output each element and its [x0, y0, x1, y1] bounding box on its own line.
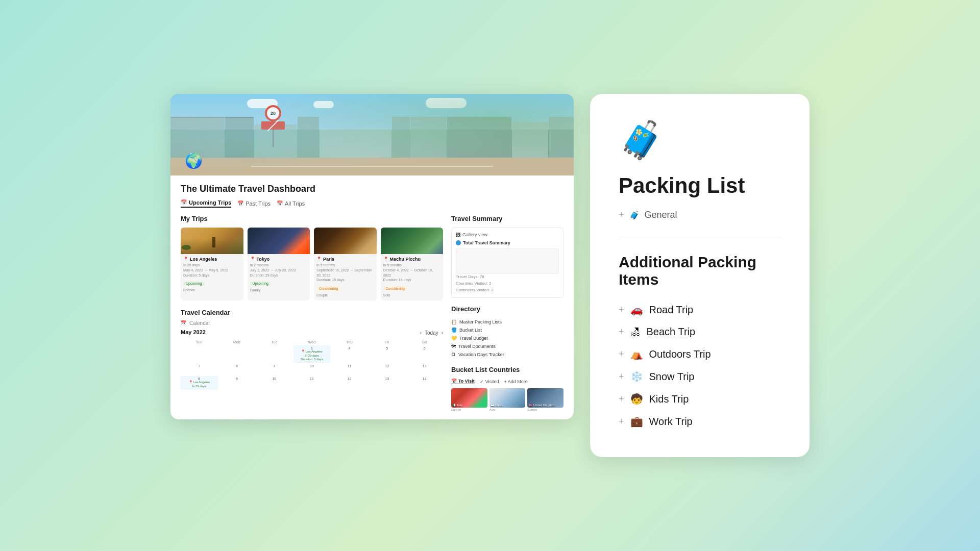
cal-day-1[interactable]: 1 📍 Los AngelesIn 29 daysDuration: 5 day… [293, 345, 331, 363]
packing-item-work[interactable]: + 💼 Work Trip [619, 410, 781, 433]
tokyo-companions: Family [250, 288, 308, 293]
bucket-uk[interactable]: 🇬🇧 United Kingdom Europe [527, 388, 564, 411]
trip-card-la[interactable]: 📍 Los Angeles In 26 days May 4, 2022 → M… [181, 228, 243, 300]
bucket-label: Bucket List [459, 328, 482, 333]
dir-item-docs[interactable]: 🗺 Travel Documents [451, 342, 564, 350]
calendar-grid: Sun Mon Tue Wed Thu Fri Sat [181, 339, 443, 390]
cal-day-12b[interactable]: 12 [331, 376, 368, 390]
bucket-japan[interactable]: 🏔 Japan Asia [489, 388, 526, 411]
tab-past[interactable]: 📅 Past Trips [237, 199, 271, 208]
la-meta-2: May 4, 2022 → May 9, 2022 [183, 268, 241, 273]
palm-trunk [212, 237, 215, 247]
machu-name: Machu Picchu [390, 257, 421, 262]
cal-day-11[interactable]: 11 [331, 363, 368, 375]
calendar-title: Travel Calendar [181, 309, 230, 316]
machu-meta-3: Duration: 15 days [383, 278, 441, 283]
tab-all[interactable]: 📅 All Trips [277, 199, 305, 208]
left-column: My Trips � [181, 215, 443, 411]
japan-region: Asia [489, 408, 526, 411]
packing-item-snow[interactable]: + ❄️ Snow Trip [619, 365, 781, 388]
cal-today[interactable]: Today [425, 330, 438, 336]
dir-item-bucket[interactable]: 🪣 Bucket List [451, 326, 564, 334]
cal-day-4[interactable]: 4 [331, 345, 368, 363]
dashboard-content: The Ultimate Travel Dashboard 📅 Upcoming… [170, 176, 574, 419]
trip-info-paris: 📍 Paris In 5 months September 16, 2022 →… [314, 254, 377, 300]
cal-next[interactable]: › [442, 330, 443, 336]
road-label: Road Trip [649, 304, 694, 316]
packing-item-outdoors[interactable]: + ⛺ Outdoors Trip [619, 343, 781, 365]
trip-card-machu[interactable]: 📍 Machu Picchu In 5 months October 4, 20… [381, 228, 444, 300]
paris-meta: In 5 months September 16, 2022 → Septemb… [316, 263, 374, 283]
packing-title: Packing List [619, 174, 781, 197]
cal-event-la2: 📍 Los AngelesIn 29 days [182, 381, 217, 389]
cal-day-9b[interactable]: 9 [218, 376, 256, 390]
cal-day-13b[interactable]: 13 [369, 376, 406, 390]
trip-image-la [181, 228, 243, 254]
all-icon: 📅 [277, 201, 283, 206]
bucket-title: Bucket List Countries [451, 366, 564, 373]
general-item[interactable]: + 🧳 General [619, 210, 781, 237]
summary-box: 🖼 Gallery view Total Travel Summary Trav… [451, 228, 564, 298]
road-plus: + [619, 305, 624, 315]
right-column: Travel Summary 🖼 Gallery view Total Trav… [451, 215, 564, 411]
cal-month-row: May 2022 ‹ Today › [181, 329, 443, 337]
cal-day-11b[interactable]: 11 [293, 376, 331, 390]
uk-region: Europe [527, 408, 564, 411]
trip-image-paris [314, 228, 377, 254]
hero-overlay [170, 94, 574, 176]
bucket-tab-to-visit[interactable]: 📅 To Visit [451, 379, 475, 384]
bucket-tabs[interactable]: 📅 To Visit ✓ Visited + Add More [451, 379, 564, 384]
cal-day-empty2 [218, 345, 256, 363]
bucket-tab-add[interactable]: + Add More [504, 379, 528, 384]
cal-day-9[interactable]: 9 [256, 363, 293, 375]
bucket-italy[interactable]: 🇮🇹 Italy Europe [451, 388, 487, 411]
travel-summary-section: Travel Summary 🖼 Gallery view Total Trav… [451, 215, 564, 298]
cal-day-5[interactable]: 5 [369, 345, 406, 363]
cal-day-12[interactable]: 12 [369, 363, 406, 375]
cal-sub-label: Calendar [189, 320, 210, 326]
italy-region: Europe [451, 408, 487, 411]
dir-item-packing[interactable]: 📋 Master Packing Lists [451, 318, 564, 326]
packing-item-road[interactable]: + 🚗 Road Trip [619, 298, 781, 321]
work-emoji: 💼 [630, 415, 643, 428]
cal-event-la: 📍 Los AngelesIn 29 daysDuration: 5 days [295, 350, 330, 362]
bucket-tab-visited[interactable]: ✓ Visited [480, 379, 499, 384]
cal-day-13[interactable]: 13 [406, 363, 443, 375]
docs-label: Travel Documents [458, 344, 496, 349]
vacation-label: Vacation Days Tracker [458, 352, 504, 357]
visited-icon: ✓ [480, 379, 484, 384]
hero-image: 20 🌍 [170, 94, 574, 176]
dir-item-vacation[interactable]: 🗓 Vacation Days Tracker [451, 350, 564, 359]
bucket-icon: 🪣 [451, 328, 457, 333]
cal-tue: Tue [256, 339, 293, 345]
packing-item-kids[interactable]: + 🧒 Kids Trip [619, 388, 781, 410]
cal-day-empty3 [256, 345, 293, 363]
cal-day-6[interactable]: 6 [406, 345, 443, 363]
cal-prev[interactable]: ‹ [420, 330, 422, 336]
summary-title: Travel Summary [451, 215, 564, 222]
trips-tabs[interactable]: 📅 Upcoming Trips 📅 Past Trips 📅 All Trip… [181, 199, 564, 208]
beach-emoji: 🏖 [630, 326, 641, 338]
cal-wed: Wed [293, 339, 331, 345]
summary-stats: Travel Days: 78 Countries Visited: 3 Con… [456, 274, 559, 293]
paris-pin: 📍 [316, 257, 322, 261]
trip-card-tokyo[interactable]: 📍 Tokyo In 2 months July 1, 2022 → July … [248, 228, 310, 300]
total-label: Total Travel Summary [463, 240, 510, 245]
cal-day-8b[interactable]: 8 📍 Los AngelesIn 29 days [181, 376, 218, 390]
cal-nav[interactable]: ‹ Today › [420, 330, 443, 336]
cal-day-10b[interactable]: 10 [256, 376, 293, 390]
cal-day-8[interactable]: 8 [218, 363, 256, 375]
cal-day-14[interactable]: 14 [406, 376, 443, 390]
tab-upcoming[interactable]: 📅 Upcoming Trips [181, 199, 231, 208]
cal-mon: Mon [218, 339, 256, 345]
snow-label: Snow Trip [649, 371, 695, 383]
cal-day-10[interactable]: 10 [293, 363, 331, 375]
dir-item-budget[interactable]: 💛 Travel Budget [451, 334, 564, 342]
cal-day-7[interactable]: 7 [181, 363, 218, 375]
trip-card-paris[interactable]: 📍 Paris In 5 months September 16, 2022 →… [314, 228, 377, 300]
bucket-images-grid: 🇮🇹 Italy Europe 🏔 Japan Asia [451, 388, 564, 411]
snow-emoji: ❄️ [630, 370, 643, 383]
total-row: Total Travel Summary [456, 240, 559, 245]
packing-item-beach[interactable]: + 🏖 Beach Trip [619, 321, 781, 343]
tokyo-status: Upcoming [250, 281, 272, 286]
